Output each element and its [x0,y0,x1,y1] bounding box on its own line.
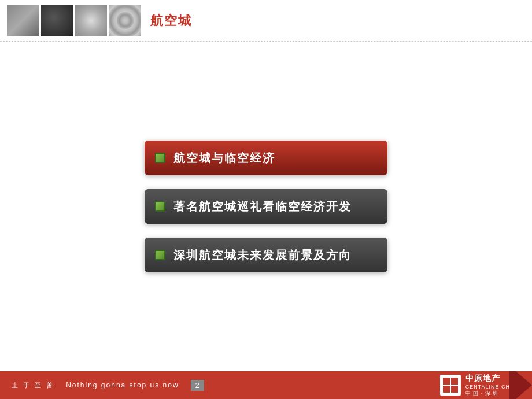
header-image-1 [7,5,39,36]
svg-rect-3 [451,386,458,393]
logo-sub2: 中 国 · 深 圳 [466,390,499,397]
main-content: 航空城与临空经济 著名航空城巡礼看临空经济开发 深圳航空城未来发展前景及方向 [0,42,532,371]
footer-logo: 中原地产 CENTALINE CHINA 中 国 · 深 圳 [440,374,520,397]
footer-tagline: Nothing gonna stop us now [66,381,179,389]
header-images [7,5,141,36]
footer-arrow [509,371,532,399]
menu-label-2: 著名航空城巡礼看临空经济开发 [173,199,352,215]
svg-rect-1 [451,378,458,385]
menu-item-3[interactable]: 深圳航空城未来发展前景及方向 [145,238,387,272]
footer-page-number: 2 [191,380,204,391]
footer-motto: 止 于 至 善 [12,381,54,390]
page-title: 航空城 [150,12,192,29]
svg-rect-0 [443,378,450,385]
header-image-2 [41,5,73,36]
menu-icon-3 [155,250,165,260]
menu-item-2[interactable]: 著名航空城巡礼看临空经济开发 [145,189,387,224]
header-image-4 [109,5,141,36]
header: 航空城 [0,0,532,42]
menu-label-1: 航空城与临空经济 [173,150,275,166]
menu-label-3: 深圳航空城未来发展前景及方向 [173,247,352,263]
svg-rect-2 [443,386,450,393]
menu-item-1[interactable]: 航空城与临空经济 [145,141,387,175]
footer: 止 于 至 善 Nothing gonna stop us now 2 中原地产… [0,371,532,399]
logo-name: 中原地产 [466,374,500,384]
header-image-3 [75,5,107,36]
menu-icon-1 [155,153,165,163]
menu-icon-2 [155,201,165,212]
logo-icon [440,375,461,396]
